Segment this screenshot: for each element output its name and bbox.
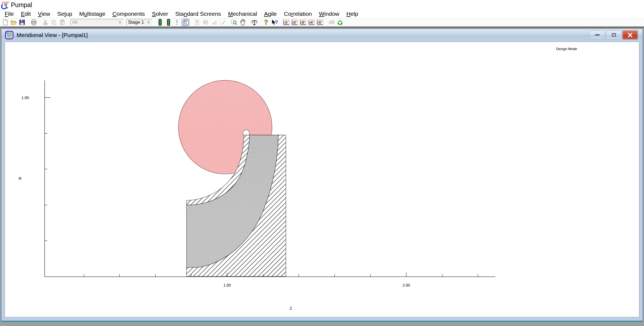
mdi-top-edge xyxy=(0,27,644,27)
refresh-recycle-button[interactable] xyxy=(336,19,344,26)
plot-screen-2-button[interactable]: 2 xyxy=(291,19,298,26)
toolbar-separator xyxy=(39,19,40,26)
paste-button-disabled xyxy=(59,19,66,26)
traffic-light-icon xyxy=(158,19,162,26)
menu-setup[interactable]: Setup xyxy=(54,11,76,17)
app-titlebar: Concepts Pumpal xyxy=(0,0,644,10)
meridional-view-window: Meridional View - [Pumpal1] Design Mode xyxy=(1,29,643,321)
toolbar-separator xyxy=(260,19,260,26)
copy-button-disabled xyxy=(50,19,58,26)
angle-icon xyxy=(211,19,217,25)
zoom-box-icon xyxy=(231,19,237,26)
new-file-button[interactable] xyxy=(1,19,9,26)
svg-text:?: ? xyxy=(264,19,268,26)
x-axis-label: Z xyxy=(289,306,292,310)
svg-text:Concepts: Concepts xyxy=(2,1,9,3)
menu-standard-screens[interactable]: Standard Screens xyxy=(172,11,224,17)
run-check-lights-button[interactable] xyxy=(156,19,164,26)
stage-check-lights-button[interactable] xyxy=(165,19,172,26)
app-icon: Concepts xyxy=(1,1,9,9)
chevron-down-icon: ▼ xyxy=(147,20,150,24)
x-tick-label-1: 1.00 xyxy=(223,283,231,287)
y-axis-label: R xyxy=(19,176,22,180)
menu-window[interactable]: Window xyxy=(315,11,343,17)
menu-mechanical[interactable]: Mechanical xyxy=(225,11,261,17)
menu-agile[interactable]: Agile xyxy=(261,11,280,17)
menu-components[interactable]: Components xyxy=(109,11,148,17)
toolbar-separator xyxy=(228,19,228,26)
plot-4-icon: 4 xyxy=(308,19,315,26)
help-button[interactable]: ? xyxy=(262,19,270,26)
plot-screen-3-button[interactable]: 3 xyxy=(299,19,307,26)
x-tick-label-2: 2.00 xyxy=(402,283,410,287)
close-icon xyxy=(628,33,633,37)
pumpal-document-icon xyxy=(5,30,14,40)
warnings-button-disabled xyxy=(173,19,181,26)
toolbar-separator xyxy=(28,19,28,26)
data-sheet-button-disabled xyxy=(193,19,201,26)
context-help-button[interactable]: ? xyxy=(271,19,278,26)
component-filter-combobox[interactable]: All▼ xyxy=(70,19,124,26)
scales-icon xyxy=(251,19,258,26)
pan-button[interactable] xyxy=(239,19,246,26)
help-question-icon: ? xyxy=(263,19,269,26)
units-balance-button[interactable] xyxy=(251,19,258,26)
minimize-icon xyxy=(595,34,600,36)
maximize-button[interactable] xyxy=(606,30,622,39)
menu-edit[interactable]: Edit xyxy=(17,11,34,17)
zoom-window-button[interactable] xyxy=(230,19,238,26)
menu-file[interactable]: File xyxy=(1,11,17,17)
y-axis-ticks xyxy=(45,97,50,241)
toolbar-separator xyxy=(154,19,154,26)
meridional-canvas[interactable]: Design Mode xyxy=(5,42,639,317)
minimize-button[interactable] xyxy=(589,30,605,39)
report-pages-icon xyxy=(182,19,189,26)
menu-multistage[interactable]: Multistage xyxy=(76,11,109,17)
report-view-button[interactable] xyxy=(182,19,189,26)
svg-text:?: ? xyxy=(275,20,278,25)
close-button[interactable] xyxy=(622,30,638,39)
menu-correlation[interactable]: Correlation xyxy=(280,11,316,17)
menu-solver[interactable]: Solver xyxy=(148,11,172,17)
svg-text:2: 2 xyxy=(294,20,296,25)
traffic-light-icon xyxy=(166,19,171,26)
recycle-icon xyxy=(337,19,343,26)
toolbar-separator xyxy=(68,19,68,26)
svg-text:5: 5 xyxy=(319,20,321,25)
chevron-down-icon: ▼ xyxy=(118,20,122,24)
plot-1-icon: 1 xyxy=(283,19,290,26)
open-file-button[interactable] xyxy=(10,19,17,26)
new-file-icon xyxy=(2,19,8,26)
table-grid-icon xyxy=(203,19,209,25)
svg-text:4: 4 xyxy=(310,20,313,25)
exclamation-icon xyxy=(175,19,179,26)
arc-curve-icon xyxy=(219,19,225,25)
window-controls xyxy=(589,30,638,39)
meridional-plot: 1.00 1.00 2.00 R Z xyxy=(5,42,639,317)
save-button[interactable] xyxy=(18,19,26,26)
menu-view[interactable]: View xyxy=(34,11,54,17)
open-folder-icon xyxy=(10,19,17,26)
printer-icon xyxy=(30,19,37,26)
save-floppy-icon xyxy=(19,19,25,26)
svg-text:3: 3 xyxy=(302,20,304,25)
copy-icon xyxy=(51,19,57,25)
plot-3-icon: 3 xyxy=(300,19,307,26)
child-window-titlebar[interactable]: Meridional View - [Pumpal1] xyxy=(1,29,643,41)
angle-plot-button-disabled xyxy=(210,19,218,26)
toolbar-separator xyxy=(248,19,249,26)
menu-help[interactable]: Help xyxy=(343,11,362,17)
db-label: dB xyxy=(329,20,335,25)
toolbar: All▼ Stage 1▼ ? ? 1 2 3 4 5 xyxy=(0,18,644,27)
plot-screen-1-button[interactable]: 1 xyxy=(282,19,290,26)
print-button[interactable] xyxy=(30,19,38,26)
stage-selector-combobox[interactable]: Stage 1▼ xyxy=(126,19,152,26)
hand-pan-icon xyxy=(240,19,246,26)
maximize-icon xyxy=(612,33,616,37)
plot-screen-4-button[interactable]: 4 xyxy=(308,19,315,26)
toolbar-separator xyxy=(280,19,280,26)
toolbar-separator xyxy=(191,19,191,26)
context-help-icon: ? xyxy=(271,19,278,26)
plot-screen-5-button[interactable]: 5 xyxy=(316,19,324,26)
cut-button-disabled xyxy=(42,19,49,26)
